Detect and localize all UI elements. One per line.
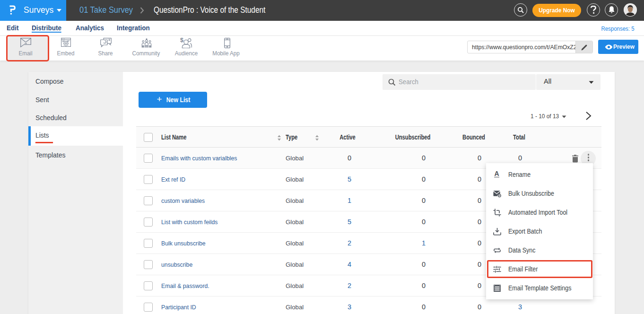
svg-text:$: $ [180,37,183,44]
